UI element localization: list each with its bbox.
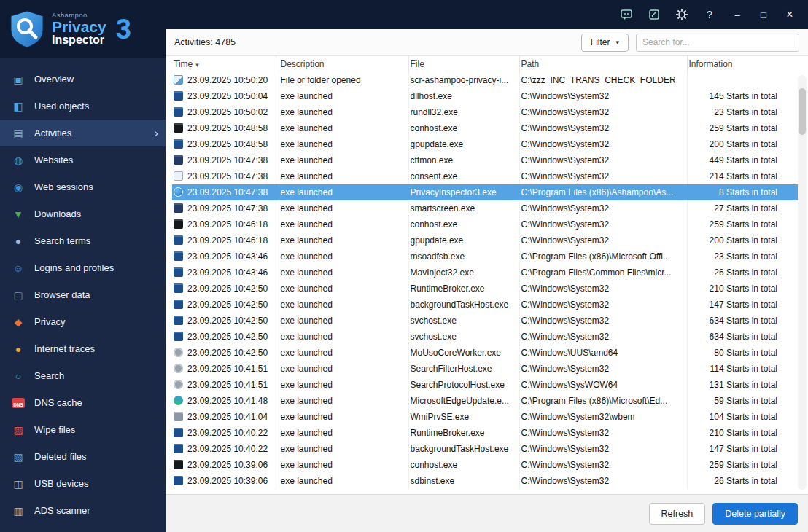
- table-row[interactable]: 23.09.2025 10:41:04exe launchedWmiPrvSE.…: [172, 409, 798, 425]
- sidebar-item-browser-data[interactable]: ▢Browser data: [0, 281, 166, 308]
- column-header-description[interactable]: Description: [279, 56, 408, 72]
- table-row[interactable]: 23.09.2025 10:40:22exe launchedbackgroun…: [172, 441, 798, 457]
- feedback-icon[interactable]: [615, 4, 637, 25]
- sidebar-item-deleted-files[interactable]: ▧Deleted files: [0, 443, 166, 470]
- win-black-icon: [174, 460, 183, 469]
- sidebar-item-websites[interactable]: ◍Websites: [0, 146, 166, 173]
- filter-button[interactable]: Filter ▾: [581, 34, 629, 52]
- table-row[interactable]: 23.09.2025 10:47:38exe launchedconsent.e…: [172, 168, 798, 184]
- win-black-icon: [174, 123, 183, 133]
- cell-path: C:\Windows\System32: [519, 329, 687, 345]
- sidebar-item-activities[interactable]: ▤Activities›: [0, 120, 166, 146]
- sidebar-item-usb-devices[interactable]: ◫USB devices: [0, 470, 166, 497]
- win-blue-icon: [174, 316, 183, 325]
- wipe-icon: ▨: [12, 424, 25, 436]
- sidebar-item-dns-cache[interactable]: DNSDNS cache: [0, 389, 166, 416]
- table-row[interactable]: 23.09.2025 10:42:50exe launchedMoUsoCore…: [172, 345, 798, 361]
- sidebar-item-logins-profiles[interactable]: ☺Logins and profiles: [0, 254, 166, 281]
- cell-path: C:\Windows\System32\wbem: [519, 409, 687, 425]
- activity-chart-icon: ▤: [12, 128, 25, 139]
- cell-description: exe launched: [279, 345, 408, 361]
- sidebar-item-label: Overview: [34, 74, 74, 85]
- column-header-path[interactable]: Path: [519, 56, 687, 72]
- table-row[interactable]: 23.09.2025 10:42:50exe launchedRuntimeBr…: [172, 281, 798, 297]
- table-row[interactable]: 23.09.2025 10:50:20File or folder opened…: [172, 72, 798, 88]
- cell-time: 23.09.2025 10:41:51: [187, 380, 268, 390]
- footer-bar: Refresh Delete partially: [166, 494, 808, 532]
- browser-window-icon: ▢: [12, 289, 25, 301]
- cell-information: 634 Starts in total: [687, 313, 798, 329]
- table-row[interactable]: 23.09.2025 10:48:58exe launchedgpupdate.…: [172, 136, 798, 152]
- minimize-icon[interactable]: –: [726, 4, 748, 25]
- table-row[interactable]: 23.09.2025 10:41:48exe launchedMicrosoft…: [172, 393, 798, 409]
- win-dark-icon: [174, 155, 183, 165]
- cell-information: 114 Starts in total: [687, 361, 798, 377]
- sidebar-item-web-sessions[interactable]: ◉Web sessions: [0, 173, 166, 200]
- sidebar-item-search[interactable]: ○Search: [0, 362, 166, 389]
- edit-note-icon[interactable]: [643, 4, 665, 25]
- sidebar-item-label: DNS cache: [34, 397, 82, 408]
- sidebar-item-privacy[interactable]: ◆Privacy: [0, 308, 166, 335]
- cell-file: sdbinst.exe: [408, 473, 519, 489]
- table-row[interactable]: 23.09.2025 10:50:04exe launcheddllhost.e…: [172, 88, 798, 104]
- column-header-information[interactable]: Information: [687, 56, 798, 72]
- cell-path: C:\Windows\UUS\amd64: [519, 345, 687, 361]
- delete-partially-button[interactable]: Delete partially: [712, 503, 798, 525]
- column-header-file[interactable]: File: [408, 56, 519, 72]
- sidebar-item-label: Web sessions: [34, 181, 93, 192]
- cell-file: MoUsoCoreWorker.exe: [408, 345, 519, 361]
- settings-icon[interactable]: [671, 4, 693, 25]
- table-row[interactable]: 23.09.2025 10:41:51exe launchedSearchFil…: [172, 361, 798, 377]
- cell-file: ctfmon.exe: [408, 152, 519, 168]
- column-header-time[interactable]: Time▾: [172, 56, 279, 72]
- table-row[interactable]: 23.09.2025 10:46:18exe launchedgpupdate.…: [172, 232, 798, 249]
- cell-path: C:\Windows\System32: [519, 281, 687, 297]
- table-row[interactable]: 23.09.2025 10:42:50exe launchedbackgroun…: [172, 297, 798, 313]
- table-row[interactable]: 23.09.2025 10:42:50exe launchedsvchost.e…: [172, 313, 798, 329]
- sidebar-item-label: Browser data: [34, 289, 90, 300]
- titlebar: ? – □ ×: [166, 0, 808, 29]
- vertical-scrollbar[interactable]: [798, 75, 807, 490]
- cell-information: 259 Starts in total: [687, 120, 798, 136]
- table-row[interactable]: 23.09.2025 10:40:22exe launchedRuntimeBr…: [172, 425, 798, 441]
- search-input[interactable]: [636, 34, 799, 52]
- sidebar-item-ads-scanner[interactable]: ▥ADS scanner: [0, 497, 166, 524]
- cell-path: C:\Windows\SysWOW64: [519, 377, 687, 393]
- sidebar-item-internet-traces[interactable]: ●Internet traces: [0, 335, 166, 362]
- table-row[interactable]: 23.09.2025 10:47:38exe launchedsmartscre…: [172, 200, 798, 216]
- sidebar-item-search-terms[interactable]: ●Search terms: [0, 227, 166, 254]
- table-row[interactable]: 23.09.2025 10:41:51exe launchedSearchPro…: [172, 377, 798, 393]
- cell-file: dllhost.exe: [408, 88, 519, 104]
- maximize-icon[interactable]: □: [753, 4, 774, 25]
- sidebar-item-label: Deleted files: [34, 451, 87, 462]
- close-icon[interactable]: ×: [779, 4, 801, 25]
- cell-file: gpupdate.exe: [408, 232, 519, 249]
- table-row[interactable]: 23.09.2025 10:47:38exe launchedctfmon.ex…: [172, 152, 798, 168]
- help-icon[interactable]: ?: [699, 4, 720, 25]
- cell-description: exe launched: [279, 168, 408, 184]
- cell-path: C:\Windows\System32: [519, 152, 687, 168]
- cell-path: C:\Windows\System32: [519, 473, 687, 489]
- table-row[interactable]: 23.09.2025 10:42:50exe launchedsvchost.e…: [172, 329, 798, 345]
- cell-time: 23.09.2025 10:43:46: [187, 267, 268, 278]
- cookie-icon: ●: [12, 343, 25, 355]
- table-row[interactable]: 23.09.2025 10:39:06exe launchedconhost.e…: [172, 457, 798, 473]
- scrollbar-thumb[interactable]: [799, 88, 806, 135]
- sidebar-item-overview[interactable]: ▣Overview: [0, 66, 166, 93]
- table-row[interactable]: 23.09.2025 10:43:46exe launchedMavInject…: [172, 265, 798, 281]
- table-row[interactable]: 23.09.2025 10:39:06exe launchedsdbinst.e…: [172, 473, 798, 489]
- sidebar-item-used-objects[interactable]: ◧Used objects: [0, 93, 166, 120]
- logo-version: 3: [116, 14, 131, 45]
- refresh-button[interactable]: Refresh: [649, 503, 706, 525]
- sidebar-item-downloads[interactable]: ▼Downloads: [0, 200, 166, 227]
- table-row[interactable]: 23.09.2025 10:50:02exe launchedrundll32.…: [172, 104, 798, 120]
- win-blue-icon: [174, 476, 183, 485]
- table-row[interactable]: 23.09.2025 10:47:38exe launchedPrivacyIn…: [172, 184, 798, 200]
- table-row[interactable]: 23.09.2025 10:46:18exe launchedconhost.e…: [172, 216, 798, 232]
- sidebar-item-wipe-files[interactable]: ▨Wipe files: [0, 416, 166, 443]
- table-row[interactable]: 23.09.2025 10:48:58exe launchedconhost.e…: [172, 120, 798, 136]
- table-row[interactable]: 23.09.2025 10:43:46exe launchedmsoadfsb.…: [172, 249, 798, 265]
- www-globe-icon: ◍: [12, 154, 25, 166]
- cell-path: C:\Windows\System32: [519, 361, 687, 377]
- win-blue-icon: [174, 139, 183, 149]
